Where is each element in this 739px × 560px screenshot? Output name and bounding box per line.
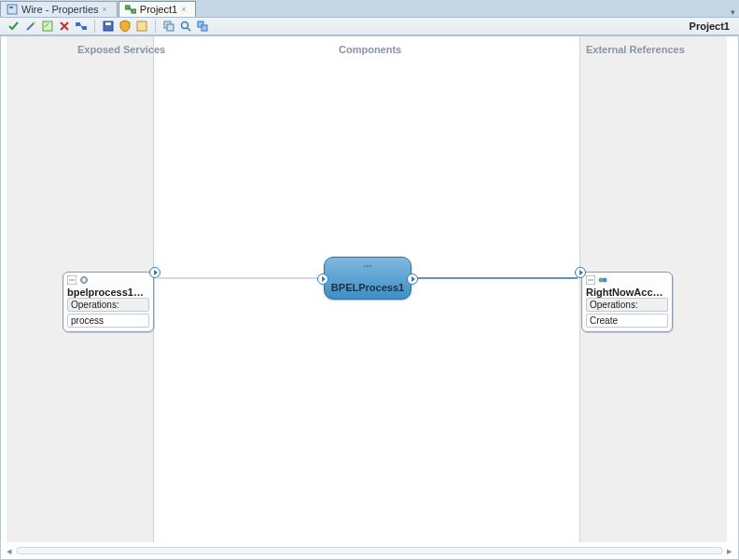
collapse-icon[interactable]: [586, 275, 595, 285]
svg-rect-7: [43, 21, 52, 31]
save-icon[interactable]: [101, 19, 116, 34]
composite-canvas[interactable]: Exposed Services Components External Ref…: [0, 35, 739, 560]
adapter-icon: [598, 275, 607, 285]
svg-rect-1: [9, 7, 13, 8]
reference-in-port[interactable]: [575, 267, 586, 278]
lane-title-external: External References: [586, 44, 685, 55]
search-icon[interactable]: [178, 19, 193, 34]
policy-icon[interactable]: [134, 19, 149, 34]
scroll-left-icon[interactable]: ◂: [5, 546, 14, 555]
external-reference-node[interactable]: RightNowAccount... Operations: Create: [581, 272, 673, 332]
ops-value: process: [67, 314, 149, 328]
tab-label: Wire - Properties: [21, 4, 99, 15]
lane-title-exposed: Exposed Services: [77, 44, 165, 55]
close-icon[interactable]: ×: [103, 5, 107, 14]
svg-rect-3: [132, 9, 136, 13]
svg-point-16: [182, 22, 188, 29]
svg-rect-8: [76, 22, 80, 26]
svg-rect-19: [202, 25, 207, 31]
svg-point-29: [603, 278, 607, 283]
project-breadcrumb: Project1: [690, 21, 735, 32]
svg-rect-9: [82, 26, 87, 30]
svg-point-6: [34, 21, 36, 24]
collapse-icon[interactable]: [67, 275, 77, 285]
ops-value: Create: [586, 314, 668, 328]
bpel-component-node[interactable]: ◦◦◦ BPELProcess1: [324, 257, 411, 300]
edit-icon[interactable]: [40, 19, 55, 34]
tab-project1[interactable]: Project1 ×: [119, 1, 197, 17]
composite-icon: [125, 4, 136, 15]
lane-title-components: Components: [339, 44, 401, 55]
service-title: bpelprocess1_clie...: [67, 287, 149, 298]
toolbar-separator: [94, 20, 95, 33]
bpel-icon: ◦◦◦: [325, 261, 411, 271]
delete-icon[interactable]: [57, 19, 72, 34]
component-label: BPELProcess1: [331, 282, 404, 293]
exposed-service-node[interactable]: bpelprocess1_clie... Operations: process: [63, 272, 154, 332]
gear-icon: [79, 275, 89, 285]
component-in-port[interactable]: [317, 273, 328, 285]
properties-icon: [7, 4, 18, 15]
scroll-track[interactable]: [16, 547, 723, 554]
shield-icon[interactable]: [118, 19, 132, 34]
svg-line-10: [80, 24, 82, 28]
svg-rect-0: [7, 5, 17, 14]
svg-line-17: [188, 28, 190, 31]
reference-title: RightNowAccount...: [586, 287, 668, 298]
cascade-icon[interactable]: [195, 19, 210, 34]
toolbar: Project1: [0, 17, 739, 35]
tab-label: Project1: [140, 4, 177, 15]
tab-wire-properties[interactable]: Wire - Properties ×: [0, 1, 118, 17]
tabs-overflow-icon[interactable]: ▾: [726, 7, 739, 17]
svg-point-25: [83, 279, 85, 281]
svg-line-5: [27, 22, 35, 30]
validate-icon[interactable]: [7, 19, 21, 34]
ops-label: Operations:: [586, 298, 668, 312]
component-out-port[interactable]: [407, 273, 418, 285]
svg-rect-15: [167, 24, 174, 31]
scroll-right-icon[interactable]: ▸: [725, 546, 734, 555]
svg-rect-12: [105, 22, 111, 25]
composite-icon[interactable]: [74, 19, 89, 34]
horizontal-scrollbar[interactable]: ◂ ▸: [5, 544, 734, 557]
wand-icon[interactable]: [23, 19, 38, 34]
ops-label: Operations:: [67, 298, 149, 312]
svg-rect-2: [125, 6, 130, 9]
close-icon[interactable]: ×: [181, 5, 186, 14]
svg-rect-13: [137, 21, 146, 31]
copy-icon[interactable]: [161, 19, 176, 34]
toolbar-separator: [155, 20, 156, 33]
tab-bar: Wire - Properties × Project1 × ▾: [0, 0, 739, 17]
service-out-port[interactable]: [149, 267, 160, 278]
